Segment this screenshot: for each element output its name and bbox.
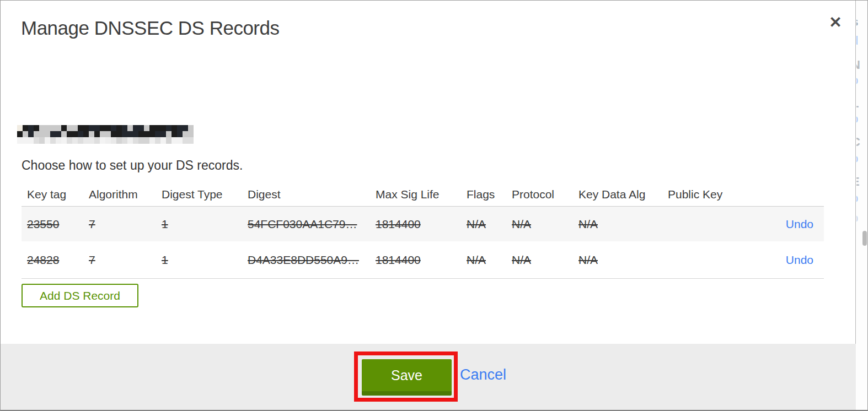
background-text-fragment: C [856,136,865,148]
row2-key-tag: 24828 [22,253,89,267]
col-digest-type: Digest Type [162,188,248,201]
col-key-tag: Key tag [22,188,89,201]
row1-max-sig-life: 1814400 [376,218,467,231]
scrollbar-thumb[interactable] [862,231,867,246]
dialog-footer: Save Cancel [1,344,856,410]
dialog-title: Manage DNSSEC DS Records [21,17,279,39]
row1-flags: N/A [467,218,512,231]
col-flags: Flags [467,188,512,201]
background-text-fragment: L [856,98,865,110]
row2-undo-link[interactable]: Undo [786,253,813,266]
row1-protocol: N/A [512,218,578,231]
dnssec-dialog: Manage DNSSEC DS Records ✕ Choose how to… [1,1,856,410]
background-text-fragment: o [856,153,865,165]
col-key-data-alg: Key Data Alg [578,188,668,201]
col-algorithm: Algorithm [89,188,162,201]
row1-key-tag: 23550 [22,218,89,231]
background-text-fragment: E [856,176,865,188]
background-text-fragment: N [856,59,865,71]
row1-undo-link[interactable]: Undo [786,218,813,230]
cancel-link[interactable]: Cancel [460,366,506,383]
background-page-strip: sdNoLoCoEoo [856,1,868,410]
screenshot-frame: Manage DNSSEC DS Records ✕ Choose how to… [0,0,868,411]
row1-digest-type: 1 [162,218,248,231]
background-text-fragment: o [856,192,865,204]
row2-digest-type: 1 [162,253,248,267]
redacted-domain [17,125,194,144]
col-max-sig-life: Max Sig Life [376,188,467,201]
table-row: 24828 7 1 D4A33E8DD550A9… 1814400 N/A N/… [22,241,824,279]
col-digest: Digest [248,188,376,201]
row2-flags: N/A [467,253,512,267]
row1-key-data-alg: N/A [578,218,668,231]
table-row: 23550 7 1 54FCF030AA1C79… 1814400 N/A N/… [22,207,824,241]
row2-algorithm: 7 [89,253,162,267]
subtitle-text: Choose how to set up your DS records. [22,158,243,173]
add-ds-record-button[interactable]: Add DS Record [22,284,138,307]
row2-max-sig-life: 1814400 [376,253,467,267]
row1-algorithm: 7 [89,218,162,231]
ds-records-table: Key tag Algorithm Digest Type Digest Max… [22,182,824,279]
row2-key-data-alg: N/A [578,253,668,267]
background-text-fragment: o [856,212,865,224]
background-text-fragment: d [856,35,865,47]
row2-protocol: N/A [512,253,578,267]
save-button[interactable]: Save [362,359,452,396]
row1-digest: 54FCF030AA1C79… [248,218,376,231]
col-public-key: Public Key [668,188,783,201]
table-header-row: Key tag Algorithm Digest Type Digest Max… [22,182,824,207]
col-protocol: Protocol [512,188,578,201]
row2-digest: D4A33E8DD550A9… [248,253,376,267]
background-text-fragment: o [856,74,865,86]
background-text-fragment: o [856,113,865,125]
background-text-fragment: s [856,16,865,28]
close-icon[interactable]: ✕ [824,12,846,34]
